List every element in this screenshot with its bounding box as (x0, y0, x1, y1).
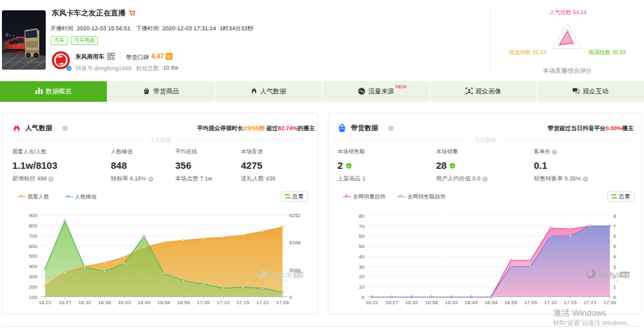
svg-text:10: 10 (359, 284, 365, 290)
svg-text:16:27: 16:27 (385, 300, 399, 305)
svg-text:16:59: 16:59 (504, 300, 518, 305)
svg-text:17:26: 17:26 (603, 300, 617, 305)
svg-text:20: 20 (359, 274, 365, 280)
svg-text:60: 60 (359, 233, 365, 239)
svg-text:16:21: 16:21 (39, 300, 52, 305)
svg-text:400: 400 (29, 264, 38, 269)
svg-text:中: 中 (166, 54, 171, 60)
svg-text:人气指数 54.24: 人气指数 54.24 (549, 9, 587, 15)
svg-text:3: 3 (613, 264, 616, 270)
svg-text:FEIGUA.CN: FEIGUA.CN (266, 279, 289, 282)
svg-text:16:54: 16:54 (157, 300, 171, 305)
svg-text:数据: 数据 (621, 273, 630, 278)
svg-text:16:32: 16:32 (405, 300, 419, 305)
svg-text:16:49: 16:49 (465, 300, 478, 305)
svg-text:16:21: 16:21 (366, 300, 379, 305)
svg-text:0: 0 (362, 294, 365, 300)
svg-text:0: 0 (289, 294, 292, 300)
svg-text:700: 700 (29, 233, 38, 239)
svg-text:300: 300 (29, 274, 38, 280)
svg-text:17:05: 17:05 (524, 300, 538, 305)
svg-text:70: 70 (359, 224, 365, 229)
svg-text:16:43: 16:43 (445, 300, 459, 305)
svg-text:600: 600 (29, 244, 38, 249)
svg-text:16:27: 16:27 (59, 300, 72, 305)
svg-text:8: 8 (613, 213, 616, 219)
svg-text:9252: 9252 (289, 213, 301, 218)
svg-text:1: 1 (613, 284, 616, 290)
svg-text:30: 30 (359, 264, 365, 270)
svg-text:飞瓜数据: 飞瓜数据 (596, 271, 622, 278)
svg-text:16:32: 16:32 (78, 300, 91, 305)
svg-text:17:10: 17:10 (216, 300, 230, 305)
svg-text:17:15: 17:15 (564, 300, 577, 305)
svg-text:16:49: 16:49 (138, 300, 151, 305)
svg-text:80: 80 (359, 213, 365, 219)
svg-text:500: 500 (29, 253, 38, 259)
svg-text:16:54: 16:54 (484, 300, 498, 305)
svg-text:900: 900 (29, 213, 38, 218)
svg-text:17:10: 17:10 (544, 300, 558, 305)
svg-text:4: 4 (613, 254, 616, 260)
svg-text:16:38: 16:38 (98, 300, 111, 305)
svg-text:16:43: 16:43 (118, 300, 131, 305)
svg-text:16:38: 16:38 (425, 300, 439, 305)
svg-text:7: 7 (613, 224, 616, 229)
svg-text:40: 40 (359, 254, 365, 260)
svg-text:FEIGUA.CN: FEIGUA.CN (596, 279, 618, 282)
svg-text:数据: 数据 (294, 273, 304, 278)
svg-text:飞瓜数据: 飞瓜数据 (266, 271, 292, 278)
svg-text:17:15: 17:15 (236, 300, 250, 305)
svg-text:17:21: 17:21 (256, 300, 270, 305)
svg-text:800: 800 (29, 223, 38, 229)
svg-text:16:59: 16:59 (177, 300, 191, 305)
svg-text:6168: 6168 (289, 240, 301, 246)
svg-text:6: 6 (613, 233, 616, 239)
svg-text:17:21: 17:21 (583, 300, 597, 305)
svg-text:50: 50 (359, 244, 365, 249)
svg-text:100: 100 (29, 294, 38, 300)
svg-text:收益指数 55.04: 收益指数 55.04 (509, 49, 547, 55)
svg-text:17:05: 17:05 (197, 300, 211, 305)
svg-text:17:26: 17:26 (276, 300, 290, 305)
svg-text:5: 5 (613, 244, 616, 249)
svg-text:200: 200 (29, 284, 38, 290)
svg-text:本场直播综合评分: 本场直播综合评分 (543, 67, 592, 74)
svg-text:电商指数 30.59: 电商指数 30.59 (589, 49, 626, 55)
